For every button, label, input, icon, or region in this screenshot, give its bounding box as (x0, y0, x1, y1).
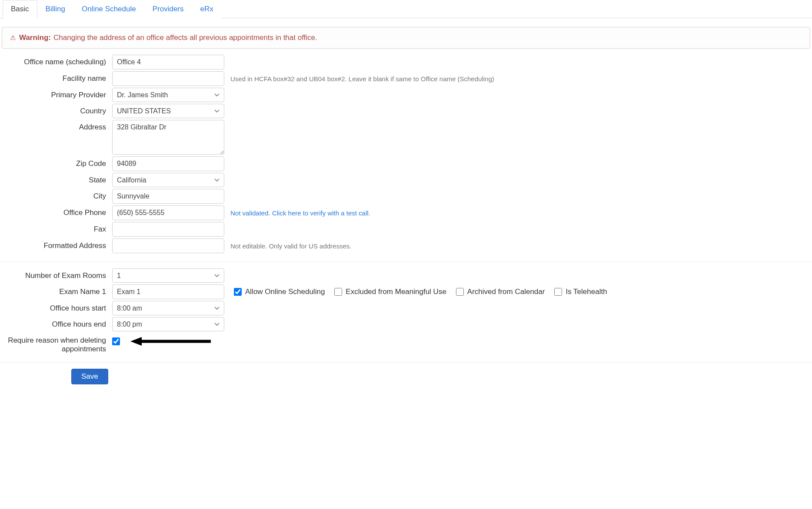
state-select[interactable]: California (112, 173, 224, 187)
allow-online-label: Allow Online Scheduling (245, 288, 325, 296)
label-facility-name: Facility name (2, 71, 112, 83)
archived-label: Archived from Calendar (467, 288, 545, 296)
label-require-reason: Require reason when deleting appointment… (2, 333, 112, 354)
office-hours-start-select[interactable]: 8:00 am (112, 301, 224, 315)
label-fax: Fax (2, 222, 112, 234)
exam-name-1-input[interactable] (112, 284, 224, 299)
require-reason-checkbox[interactable] (112, 337, 120, 345)
tab-basic[interactable]: Basic (3, 0, 37, 18)
primary-provider-select[interactable]: Dr. James Smith (112, 88, 224, 102)
tab-billing[interactable]: Billing (37, 0, 73, 18)
warning-icon: ⚠ (10, 34, 16, 42)
formatted-address-hint: Not editable. Only valid for US addresse… (230, 242, 351, 250)
label-office-hours-start: Office hours start (2, 301, 112, 313)
label-state: State (2, 173, 112, 185)
tab-online-schedule[interactable]: Online Schedule (73, 0, 144, 18)
archived-checkbox[interactable] (456, 288, 464, 296)
arrow-annotation (130, 336, 213, 347)
excluded-mu-checkbox[interactable] (334, 288, 342, 296)
zip-input[interactable] (112, 156, 224, 171)
excluded-mu-label: Excluded from Meaningful Use (346, 288, 446, 296)
svg-marker-1 (130, 337, 142, 346)
label-exam-name-1: Exam Name 1 (2, 284, 112, 296)
telehealth-wrap[interactable]: Is Telehealth (554, 288, 607, 296)
tab-erx[interactable]: eRx (192, 0, 222, 18)
fax-input[interactable] (112, 222, 224, 237)
label-zip: Zip Code (2, 156, 112, 168)
label-primary-provider: Primary Provider (2, 88, 112, 99)
label-formatted-address: Formatted Address (2, 238, 112, 250)
facility-name-hint: Used in HCFA box#32 and UB04 box#2. Leav… (230, 75, 494, 83)
num-exam-rooms-select[interactable]: 1 (112, 268, 224, 283)
telehealth-checkbox[interactable] (554, 288, 562, 296)
label-office-phone: Office Phone (2, 205, 112, 217)
label-city: City (2, 189, 112, 201)
office-name-input[interactable] (112, 55, 224, 69)
arrow-icon (130, 336, 213, 347)
address-textarea[interactable]: 328 Gibraltar Dr (112, 120, 224, 155)
telehealth-label: Is Telehealth (566, 288, 607, 296)
tab-providers[interactable]: Providers (144, 0, 192, 18)
save-row: Save (0, 363, 812, 390)
excluded-mu-wrap[interactable]: Excluded from Meaningful Use (334, 288, 446, 296)
tabs-bar: Basic Billing Online Schedule Providers … (0, 0, 812, 18)
warning-text: Changing the address of an office affect… (53, 33, 317, 42)
phone-validate-link[interactable]: Not validated. Click here to verify with… (230, 209, 370, 217)
form-section-address: Office name (scheduling) Facility name U… (0, 55, 812, 262)
label-num-exam-rooms: Number of Exam Rooms (2, 268, 112, 280)
country-select[interactable]: UNITED STATES (112, 104, 224, 118)
city-input[interactable] (112, 189, 224, 204)
office-phone-input[interactable] (112, 205, 224, 220)
form-section-exam: Number of Exam Rooms 1 Exam Name 1 Allow… (0, 268, 812, 363)
label-address: Address (2, 120, 112, 132)
formatted-address-input (112, 238, 224, 253)
save-button[interactable]: Save (71, 369, 108, 384)
archived-wrap[interactable]: Archived from Calendar (456, 288, 545, 296)
label-office-name: Office name (scheduling) (2, 55, 112, 66)
allow-online-wrap[interactable]: Allow Online Scheduling (234, 288, 325, 296)
label-country: Country (2, 104, 112, 116)
office-hours-end-select[interactable]: 8:00 pm (112, 317, 224, 331)
warning-banner: ⚠ Warning: Changing the address of an of… (2, 27, 810, 49)
allow-online-checkbox[interactable] (234, 288, 242, 296)
facility-name-input[interactable] (112, 71, 224, 86)
warning-prefix: Warning: (19, 33, 51, 42)
label-office-hours-end: Office hours end (2, 317, 112, 329)
